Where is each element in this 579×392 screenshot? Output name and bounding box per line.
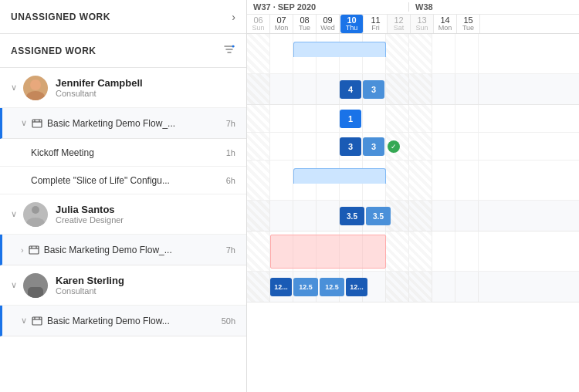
gcol-t4 <box>317 105 340 132</box>
gcol-p1 <box>247 74 270 104</box>
kickoff-task-bar: 1 <box>340 110 361 128</box>
project2-hours: 7h <box>226 245 235 255</box>
karen-name: Karen Sterling <box>56 275 124 286</box>
person-row-jennifer: ∨ Jennifer Campbell Consultant <box>0 68 246 108</box>
gcol-kp1 <box>247 272 270 302</box>
karen-chevron-icon[interactable]: ∨ <box>11 280 17 290</box>
sliceoflife-task-bar: 3 3 ✓ <box>340 137 400 156</box>
gcol-p8 <box>409 74 432 104</box>
gcol-t9 <box>432 105 455 132</box>
gcol-jp3 <box>293 201 317 231</box>
gcol-jp9 <box>432 201 455 231</box>
day-col-13[interactable]: 13 Sun <box>411 15 434 33</box>
project3-hours: 50h <box>222 316 235 326</box>
day-name-12: Sat <box>394 25 405 32</box>
week38-label: W38 <box>409 2 439 12</box>
karen-role: Consultant <box>56 286 124 296</box>
project2-chevron-icon[interactable]: › <box>21 245 24 255</box>
gcol-s10 <box>455 133 479 160</box>
day-col-07[interactable]: 07 Mon <box>270 15 293 33</box>
day-col-10-today[interactable]: 10 Thu <box>340 15 364 33</box>
project-icon-1 <box>32 118 42 129</box>
gantt-body: 4 3 1 <box>247 34 579 392</box>
day-name-13: Sun <box>415 25 428 32</box>
day-col-08[interactable]: 08 Tue <box>293 15 317 33</box>
project1-chevron-icon[interactable]: ∨ <box>21 118 27 128</box>
gcol-t6 <box>363 105 386 132</box>
day-col-12[interactable]: 12 Sat <box>388 15 411 33</box>
day-col-15[interactable]: 15 Tue <box>457 15 480 33</box>
left-panel: UNASSIGNED WORK › ASSIGNED WORK ∨ Jennif… <box>0 0 247 392</box>
gcol-s2 <box>270 133 293 160</box>
gantt-jennifer-project: 4 3 <box>247 74 579 105</box>
day-col-09[interactable]: 09 Wed <box>317 15 340 33</box>
day-col-14[interactable]: 14 Mon <box>434 15 457 33</box>
filter-icon[interactable] <box>223 43 235 58</box>
badge-1: 1 <box>340 110 361 128</box>
gcol-s4 <box>317 133 340 160</box>
gcol-t10 <box>455 105 479 132</box>
gantt-julia-project: 3.5 3.5 <box>247 201 579 231</box>
day-col-06[interactable]: 06 Sun <box>247 15 270 33</box>
badge-12-5b: 12.5 <box>320 278 344 296</box>
day-name-08: Tue <box>299 25 310 32</box>
svg-point-1 <box>30 79 41 90</box>
badge-12-5a: 12.5 <box>293 278 318 296</box>
gcol-k8 <box>409 231 432 271</box>
svg-rect-3 <box>32 120 42 127</box>
svg-point-0 <box>232 46 235 48</box>
task-row-kickoff: Kickoff Meeting 1h <box>0 139 246 167</box>
jennifer-name: Jennifer Campbell <box>56 77 143 89</box>
task-row-sliceoflife: Complete "Slice of Life" Configu... 6h <box>0 167 246 194</box>
julia-chevron-icon[interactable]: ∨ <box>11 209 17 219</box>
gcol-j1 <box>247 161 270 200</box>
gcol-jp8 <box>409 201 432 231</box>
badge-4: 4 <box>340 80 361 99</box>
gcol-p3 <box>293 74 317 104</box>
badge-3-5b: 3.5 <box>366 207 391 225</box>
weeks-label-row: W37 · SEP 2020 W38 <box>247 0 579 15</box>
avatar-karen <box>23 273 48 298</box>
task2-name: Complete "Slice of Life" Configu... <box>31 175 220 186</box>
gcol-j8 <box>409 161 432 200</box>
gcol-kp9 <box>432 272 455 302</box>
project2-name: Basic Marketing Demo Flow_... <box>44 245 220 255</box>
project-icon-2 <box>29 245 39 255</box>
unassigned-chevron-icon[interactable]: › <box>232 11 235 23</box>
gcol-j9 <box>432 161 455 200</box>
unassigned-header[interactable]: UNASSIGNED WORK › <box>0 0 246 34</box>
gcol-p2 <box>270 74 293 104</box>
gcol-k7 <box>386 231 409 271</box>
svg-rect-15 <box>28 287 43 298</box>
gcol-k10 <box>455 231 479 271</box>
jennifer-chevron-icon[interactable]: ∨ <box>11 83 17 93</box>
gcol-s9 <box>432 133 455 160</box>
svg-point-2 <box>26 91 45 100</box>
project3-chevron-icon[interactable]: ∨ <box>21 316 27 326</box>
karen-overalloc-bar <box>270 235 386 269</box>
julia-role: Creative Designer <box>56 215 124 225</box>
badge-12b: 12... <box>346 278 367 296</box>
task1-hours: 1h <box>226 148 235 157</box>
day-name-06: Sun <box>252 25 264 32</box>
julia-alloc-bar <box>293 168 386 184</box>
gcol-7 <box>386 34 409 73</box>
project-row-jennifer: ∨ Basic Marketing Demo Flow_... 7h <box>0 108 246 139</box>
unassigned-title: UNASSIGNED WORK <box>11 12 110 22</box>
gcol-9 <box>432 34 455 73</box>
gcol-t7 <box>386 105 409 132</box>
day-name-10: Thu <box>346 25 358 32</box>
gcol-j2 <box>270 161 293 200</box>
main-container: UNASSIGNED WORK › ASSIGNED WORK ∨ Jennif… <box>0 0 579 392</box>
avatar-jennifer <box>23 76 48 100</box>
gcol-1 <box>247 34 270 73</box>
gcol-t3 <box>293 105 317 132</box>
avatar-julia <box>23 202 48 227</box>
gantt-sliceoflife-task: 3 3 ✓ <box>247 133 579 161</box>
gcol-p9 <box>432 74 455 104</box>
day-col-11[interactable]: 11 Fri <box>364 15 388 33</box>
gcol-kp10 <box>455 272 479 302</box>
karen-project-bars: 12... 12.5 12.5 12... <box>270 278 367 296</box>
gcol-10 <box>455 34 479 73</box>
gantt-karen-person <box>247 231 579 272</box>
